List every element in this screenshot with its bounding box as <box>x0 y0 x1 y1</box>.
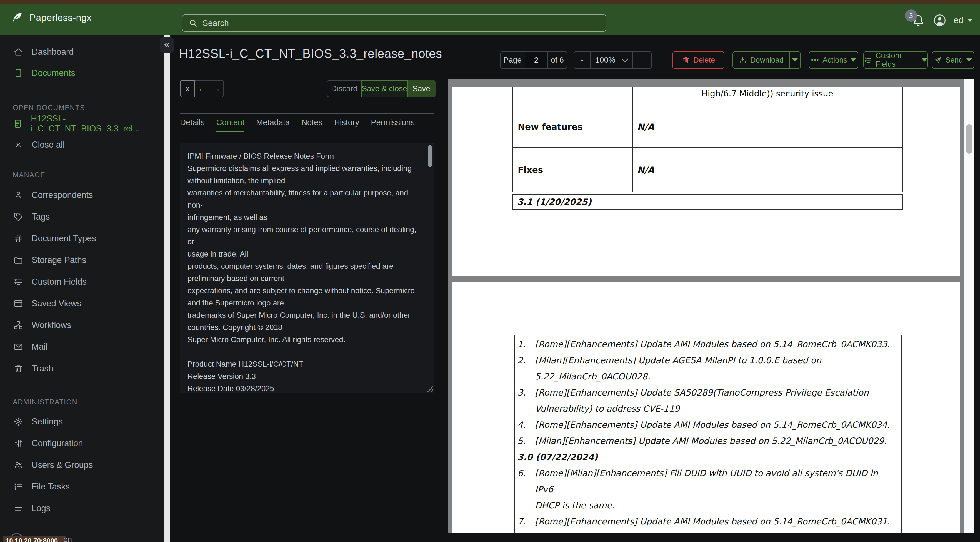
discard-button[interactable]: Discard <box>327 80 362 97</box>
actions-button[interactable]: ••• Actions <box>809 51 858 69</box>
sidebar-item[interactable]: File Tasks <box>0 476 164 497</box>
pdf-table-row-value: N/A <box>633 148 902 191</box>
sidebar-item[interactable]: Tags <box>0 206 164 228</box>
page-number-input[interactable]: 2 <box>525 52 548 69</box>
save-button[interactable]: Save <box>407 80 436 97</box>
sidebar-item[interactable]: Trash <box>0 358 164 379</box>
save-button-group: Discard Save & close Save <box>327 80 436 97</box>
collapse-sidebar-button[interactable]: « <box>160 37 174 53</box>
chevrons-left-icon: « <box>164 39 170 49</box>
sidebar-scrollbar[interactable] <box>164 35 170 542</box>
tab[interactable]: History <box>334 118 359 132</box>
pdf-list-item: 7. [Rome][Enhancements] Update AMI Modul… <box>517 513 893 529</box>
sidebar-item-label: Dashboard <box>32 47 74 57</box>
sidebar-item[interactable]: Workflows <box>0 314 164 336</box>
sidebar-item[interactable]: Mail <box>0 336 164 358</box>
download-icon <box>738 56 747 64</box>
sidebar-item[interactable]: Logs <box>0 497 164 519</box>
pdf-table-partial-row: High/6.7 Middle)) security issue <box>633 87 902 105</box>
sidebar-item-label: Configuration <box>32 438 83 448</box>
pdf-list-item: 5. [Milan][Enhancements] Update AMI Modu… <box>517 433 893 449</box>
send-button[interactable]: Send <box>932 51 974 69</box>
zoom-control: - 100% + <box>574 51 652 69</box>
user-menu[interactable]: ed <box>954 15 973 25</box>
sidebar-item[interactable]: Documents <box>0 62 164 84</box>
sidebar-item-label: Mail <box>32 342 48 352</box>
document-icon <box>13 69 24 78</box>
sidebar-item[interactable]: H12SSL-i_C_CT_NT_BIOS_3.3_rel... <box>0 113 164 134</box>
sidebar-open-documents-group: H12SSL-i_C_CT_NT_BIOS_3.3_rel... Close a… <box>0 113 164 155</box>
sidebar-item[interactable]: Close all <box>0 134 164 155</box>
textarea-scrollbar[interactable] <box>428 145 432 167</box>
pdf-preview-panel[interactable]: High/6.7 Middle)) security issue New fea… <box>448 79 974 533</box>
sidebar-item[interactable]: Correspondents <box>0 184 164 206</box>
previous-document-button[interactable]: ← <box>194 80 210 97</box>
download-split-button: Download <box>732 51 801 69</box>
close-icon <box>13 141 24 149</box>
delete-button[interactable]: Delete <box>672 51 724 69</box>
page-total: of 6 <box>547 52 567 69</box>
home-icon <box>13 47 24 57</box>
pdf-list-box: 1. [Rome][Enhancements] Update AMI Modul… <box>514 335 902 533</box>
next-document-button[interactable]: → <box>209 80 224 97</box>
sidebar-section-title: OPEN DOCUMENTS <box>0 102 164 113</box>
sidebar-item[interactable]: Saved Views <box>0 293 164 314</box>
sidebar-item-label: Tags <box>32 212 50 222</box>
pdf-list-item: 2. [Milan][Enhancements] Update AGESA Mi… <box>517 352 893 384</box>
sidebar-item[interactable]: Storage Paths <box>0 249 164 271</box>
pdf-version-row: 3.1 (1/20/2025) <box>512 194 903 210</box>
tasks-icon <box>13 482 24 491</box>
zoom-level-select[interactable]: 100% <box>590 52 632 69</box>
save-and-close-button[interactable]: Save & close <box>361 80 408 97</box>
sidebar-item[interactable]: Users & Groups <box>0 454 164 476</box>
tab[interactable]: Metadata <box>256 118 290 132</box>
sidebar-item[interactable]: Configuration <box>0 432 164 454</box>
sidebar-item-label: H12SSL-i_C_CT_NT_BIOS_3.3_rel... <box>31 114 164 134</box>
download-options-button[interactable] <box>789 52 800 69</box>
page-label: Page <box>501 52 525 69</box>
content-textarea[interactable]: IPMI Firmware / BIOS Release Notes Form … <box>180 143 434 393</box>
close-document-button[interactable]: x <box>180 80 195 97</box>
notification-badge: 3 <box>905 10 917 22</box>
sidebar-item[interactable]: Settings <box>0 411 164 432</box>
tab[interactable]: Details <box>180 118 205 132</box>
pdf-scrollbar-track[interactable] <box>964 79 974 533</box>
tabs-divider <box>180 113 434 114</box>
sidebar-item[interactable]: Custom Fields <box>0 271 164 293</box>
download-button[interactable]: Download <box>733 52 789 69</box>
link-preview-tooltip: 10.10.20.70:8000 <box>3 536 66 542</box>
app-header: Paperless-ngx Search 3 ed <box>0 5 980 35</box>
sidebar: Dashboard Documents OPEN DOCUMENTS H12SS… <box>0 35 164 542</box>
sidebar-item-label: Close all <box>32 140 65 150</box>
tab[interactable]: Permissions <box>371 118 415 132</box>
sidebar-item[interactable]: Document Types <box>0 228 164 249</box>
document-tabs: Details Content Metadata Notes History P… <box>180 118 415 132</box>
tab[interactable]: Content <box>216 118 245 132</box>
zoom-out-button[interactable]: - <box>574 52 590 69</box>
tab[interactable]: Notes <box>301 118 323 132</box>
pdf-change-list: 1. [Rome][Enhancements] Update AMI Modul… <box>515 335 901 533</box>
sidebar-section-title: ADMINISTRATION <box>0 396 164 408</box>
notifications-button[interactable]: 3 <box>911 13 926 28</box>
pdf-list-item: 3. [Rome][Enhancements] Update SA50289(T… <box>517 384 893 417</box>
zoom-in-button[interactable]: + <box>632 52 651 69</box>
username: ed <box>954 15 963 25</box>
custom-fields-button[interactable]: Custom Fields <box>863 51 928 69</box>
sidebar-item-label: Documents <box>32 68 75 78</box>
gear-icon <box>13 417 24 426</box>
saved-views-icon <box>13 299 24 308</box>
pdf-scrollbar-thumb[interactable] <box>966 124 972 154</box>
brand[interactable]: Paperless-ngx <box>11 11 92 24</box>
logs-icon <box>13 504 24 513</box>
caret-down-icon <box>851 58 856 62</box>
sidebar-item[interactable]: Dashboard <box>0 41 164 62</box>
search-icon <box>189 18 198 28</box>
pdf-list-item: 3.0 (07/22/2024) <box>517 449 893 465</box>
sidebar-main-group: Dashboard Documents <box>0 35 164 84</box>
tag-icon <box>13 212 24 222</box>
sidebar-section-title: MANAGE <box>0 169 164 180</box>
search-input[interactable]: Search <box>182 14 606 32</box>
file-text-icon <box>13 119 23 128</box>
ellipsis-icon: ••• <box>811 56 819 64</box>
pdf-list-item: 1. [Rome][Enhancements] Update AMI Modul… <box>517 336 893 352</box>
